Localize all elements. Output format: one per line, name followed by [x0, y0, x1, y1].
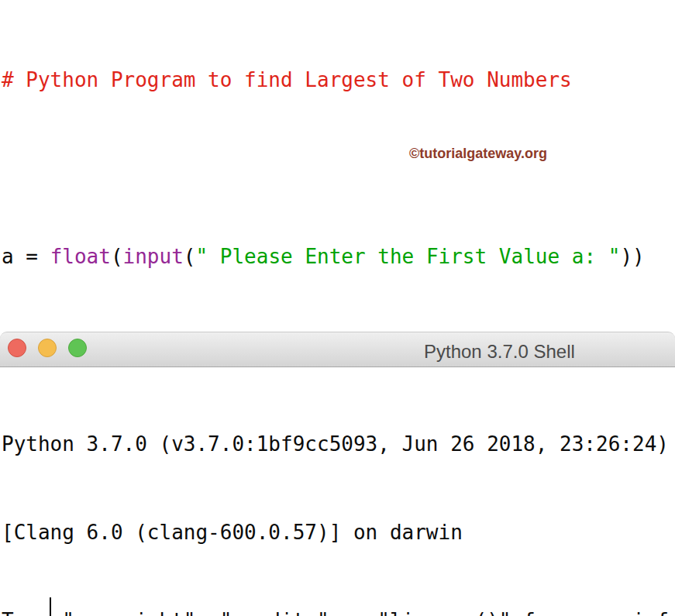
- shell-text: [Clang 6.0 (clang-600.0.57)] on darwin: [2, 521, 463, 544]
- code-token: float: [50, 245, 111, 268]
- code-token: a =: [2, 245, 50, 268]
- code-comment: # Python Program to find Largest of Two …: [2, 68, 572, 91]
- shell-banner-line-3: Type "copyright", "credits" or "license(…: [2, 606, 675, 616]
- code-token: (: [184, 245, 196, 268]
- text-cursor: [50, 597, 51, 616]
- close-button[interactable]: [8, 339, 26, 357]
- code-token: (: [111, 245, 123, 268]
- code-token: )): [620, 245, 644, 268]
- code-string: " Please Enter the First Value a: ": [196, 245, 621, 268]
- code-line-blank: [2, 153, 675, 183]
- shell-output[interactable]: Python 3.7.0 (v3.7.0:1bf9cc5093, Jun 26 …: [0, 367, 675, 616]
- code-line: # Python Program to find Largest of Two …: [2, 65, 675, 95]
- code-token: input: [123, 245, 184, 268]
- code-line: a = float(input(" Please Enter the First…: [2, 242, 675, 271]
- window-title: Python 3.7.0 Shell: [424, 341, 575, 363]
- watermark: ©tutorialgateway.org: [409, 146, 547, 162]
- minimize-button[interactable]: [38, 339, 57, 357]
- shell-banner-line-2: [Clang 6.0 (clang-600.0.57)] on darwin: [2, 518, 675, 547]
- shell-banner-line-1: Python 3.7.0 (v3.7.0:1bf9cc5093, Jun 26 …: [2, 429, 675, 459]
- zoom-button[interactable]: [68, 339, 87, 357]
- shell-text: Python 3.7.0 (v3.7.0:1bf9cc5093, Jun 26 …: [2, 432, 669, 456]
- shell-text: Type "copyright", "credits" or "license(…: [2, 609, 675, 616]
- code-editor[interactable]: # Python Program to find Largest of Two …: [0, 0, 675, 332]
